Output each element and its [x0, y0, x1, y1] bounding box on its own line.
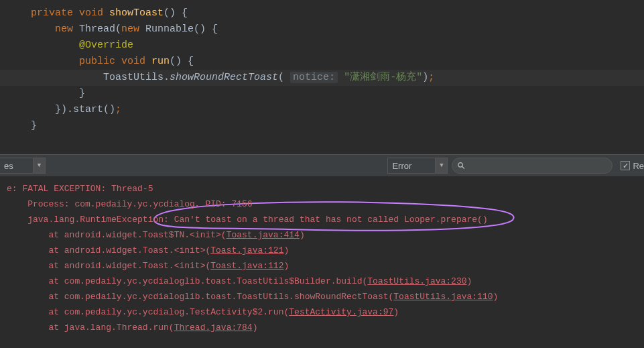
code-token: ) [422, 72, 428, 83]
code-token: notice: [290, 72, 338, 83]
log-text: Process: com.pedaily.yc.ycdialog, PID: 7… [7, 199, 253, 209]
code-token: Runnable() { [145, 23, 218, 35]
code-token: "潇湘剑雨-杨充" [344, 72, 422, 83]
code-line[interactable]: @Override [0, 38, 644, 54]
stacktrace-link[interactable]: Toast.java:121 [210, 245, 283, 255]
code-line[interactable]: public void run() { [0, 54, 644, 70]
log-text: at android.widget.Toast.<init>( [7, 245, 210, 255]
code-token: } [79, 88, 85, 99]
process-filter-combo[interactable]: es [0, 158, 34, 174]
code-line[interactable]: }).start(); [0, 102, 644, 118]
log-text: ) [283, 245, 289, 255]
code-token: public void [79, 56, 151, 67]
code-line[interactable]: } [0, 86, 644, 102]
code-token: run [151, 56, 170, 67]
log-line[interactable]: e: FATAL EXCEPTION: Thread-5 [0, 181, 644, 196]
log-text: at java.lang.Thread.run( [7, 323, 174, 333]
code-token: new [55, 23, 79, 35]
log-line[interactable]: at android.widget.Toast.<init>(Toast.jav… [0, 258, 644, 274]
code-token: () { [164, 7, 188, 19]
code-line[interactable]: new Thread(new Runnable() { [0, 21, 644, 38]
code-line[interactable]: private void showToast() { [0, 5, 644, 21]
code-token: ; [428, 72, 434, 83]
search-icon: ⚲ [455, 159, 468, 172]
stacktrace-link[interactable]: ToastUtils.java:230 [367, 276, 466, 286]
log-text: java.lang.RuntimeException: Can't toast … [7, 215, 488, 225]
code-token: }).start() [55, 104, 115, 115]
code-token [338, 72, 344, 83]
log-text: ) [393, 307, 399, 317]
code-line[interactable]: ToastUtils.showRoundRectToast( notice: "… [0, 70, 644, 86]
log-line[interactable]: at java.lang.Thread.run(Thread.java:784) [0, 320, 644, 335]
log-line[interactable]: java.lang.RuntimeException: Can't toast … [0, 212, 644, 227]
log-level-combo[interactable]: Error [387, 158, 436, 174]
logcat-toolbar: es ▼ Error ▼ ⚲ ✓ Re [0, 154, 644, 177]
stacktrace-link[interactable]: Toast.java:414 [227, 230, 300, 240]
chevron-down-icon[interactable]: ▼ [436, 158, 448, 174]
code-token: new [121, 23, 145, 35]
log-text: ) [300, 230, 305, 240]
log-line[interactable]: at android.widget.Toast.<init>(Toast.jav… [0, 243, 644, 258]
code-token: @Override [79, 40, 133, 51]
log-text: e: FATAL EXCEPTION: Thread-5 [7, 184, 153, 194]
code-token: ToastUtils. [103, 72, 170, 83]
log-text: at com.pedaily.yc.ycdialoglib.toast.Toas… [7, 292, 393, 302]
checkbox-icon: ✓ [621, 161, 630, 170]
code-token: showRoundRectToast [170, 72, 278, 83]
stacktrace-link[interactable]: TestActivity.java:97 [289, 307, 393, 317]
stacktrace-link[interactable]: ToastUtils.java:110 [393, 292, 493, 302]
code-token: () { [170, 56, 194, 67]
log-text: at com.pedaily.yc.ycdialoglib.toast.Toas… [7, 276, 367, 286]
code-token: } [31, 120, 37, 131]
logcat-panel[interactable]: e: FATAL EXCEPTION: Thread-5 Process: co… [0, 177, 644, 335]
log-text: ) [283, 261, 289, 271]
code-token: ; [115, 104, 121, 115]
log-search-input[interactable]: ⚲ [452, 158, 613, 174]
chevron-down-icon[interactable]: ▼ [34, 158, 46, 174]
log-text: ) [253, 323, 258, 333]
log-text: at android.widget.Toast.<init>( [7, 261, 210, 271]
code-token: showToast [109, 7, 164, 19]
log-line[interactable]: Process: com.pedaily.yc.ycdialog, PID: 7… [0, 196, 644, 212]
code-token: private void [31, 7, 109, 19]
code-token: ( [278, 72, 290, 83]
log-text: at com.pedaily.yc.ycdialog.TestActivity$… [7, 307, 289, 317]
log-line[interactable]: at android.widget.Toast$TN.<init>(Toast.… [0, 227, 644, 243]
code-line[interactable]: } [0, 118, 644, 134]
log-line[interactable]: at com.pedaily.yc.ycdialog.TestActivity$… [0, 304, 644, 320]
log-text: ) [467, 276, 472, 286]
log-text: at android.widget.Toast$TN.<init>( [7, 230, 227, 240]
code-editor[interactable]: private void showToast() { new Thread(ne… [0, 0, 644, 154]
log-text: ) [493, 292, 499, 302]
stacktrace-link[interactable]: Toast.java:112 [210, 261, 283, 271]
log-line[interactable]: at com.pedaily.yc.ycdialoglib.toast.Toas… [0, 289, 644, 304]
regex-label: Re [633, 161, 644, 171]
log-line[interactable]: at com.pedaily.yc.ycdialoglib.toast.Toas… [0, 274, 644, 289]
code-token: Thread( [79, 23, 121, 35]
regex-checkbox[interactable]: ✓ Re [621, 161, 644, 171]
stacktrace-link[interactable]: Thread.java:784 [174, 323, 253, 333]
